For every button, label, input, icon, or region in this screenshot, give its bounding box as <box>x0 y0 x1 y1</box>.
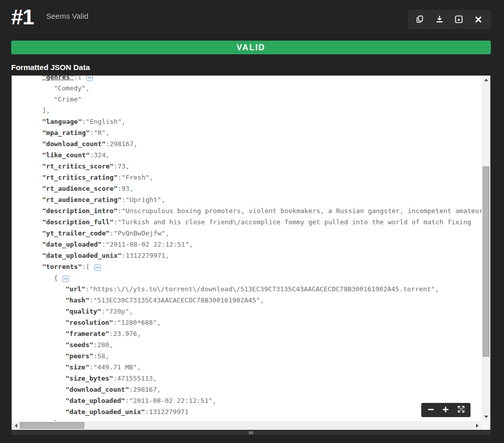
json-colon: : <box>118 174 122 181</box>
json-line: "Comedy", <box>12 83 482 94</box>
json-number-value: 298167 <box>110 140 133 148</box>
close-icon <box>475 16 482 23</box>
json-string-value: "2011-08-02 22:12:51" <box>106 241 189 248</box>
validation-banner: VALID <box>11 41 491 54</box>
json-string-value: "Turkish and his close friend\/accomplic… <box>118 218 472 226</box>
json-key: "description_full" <box>42 218 114 226</box>
validation-status-text: Seems Valid <box>46 12 88 20</box>
collapse-icon[interactable]: − <box>94 264 101 271</box>
json-key: "size_bytes" <box>65 374 113 382</box>
json-line: "framerate":23.976, <box>12 328 482 339</box>
json-line: "torrents":[ − <box>12 261 482 272</box>
download-icon <box>435 15 444 24</box>
json-key: "yt_trailer_code" <box>42 229 110 237</box>
collapse-icon[interactable]: − <box>86 76 93 81</box>
json-key: "size" <box>65 363 89 371</box>
json-line: "quality":"720p", <box>12 306 482 317</box>
json-formatter-page: #1 Seems Valid <box>0 0 504 443</box>
scroll-right-arrow[interactable] <box>473 421 482 430</box>
json-line: "rt_audience_rating":"Upright", <box>12 194 482 206</box>
json-key: "peers" <box>65 352 93 360</box>
json-line: "peers":58, <box>12 351 482 362</box>
json-number-value: 1312279971 <box>125 252 165 259</box>
json-colon: : <box>93 352 97 360</box>
json-string-value: "Comedy" <box>54 84 86 92</box>
copy-button[interactable] <box>411 10 430 29</box>
json-string-value: "R" <box>94 129 106 137</box>
json-string-value: "https:\/\/yts.to\/torrent\/download\/51… <box>89 285 435 293</box>
json-key: "date_uploaded_unix" <box>65 408 145 416</box>
json-comma: , <box>133 140 138 148</box>
json-number-value: 1312279971 <box>149 408 188 416</box>
panel-resize-handle[interactable] <box>11 431 491 435</box>
json-key: "rt_audience_score" <box>42 185 118 192</box>
json-colon: : <box>129 386 133 393</box>
json-colon: : <box>93 341 97 349</box>
json-comma: , <box>189 241 193 248</box>
json-line: "date_uploaded":"2011-08-02 22:12:51", <box>12 239 482 250</box>
json-key: "download_count" <box>42 140 106 148</box>
json-key: "language" <box>42 118 82 125</box>
json-number-value: 58 <box>97 352 106 360</box>
json-key: "genres" <box>42 76 74 81</box>
validation-banner-label: VALID <box>237 43 265 52</box>
json-number-value: 298167 <box>133 386 157 393</box>
json-line: "seeds":280, <box>12 339 482 351</box>
json-comma: , <box>165 252 170 259</box>
json-colon: : <box>90 129 94 137</box>
json-colon: : <box>113 319 117 326</box>
json-line: "description_intro":"Unscrupulous boxing… <box>12 206 482 217</box>
scroll-left-arrow[interactable] <box>12 421 20 430</box>
json-colon: : <box>89 296 93 304</box>
horizontal-scroll-thumb[interactable] <box>20 422 84 429</box>
json-key: "rt_audience_rating" <box>42 196 122 203</box>
triangle-left-icon <box>15 424 17 428</box>
json-line: } <box>12 418 482 421</box>
json-key: "description_intro" <box>42 207 118 215</box>
json-line: { − <box>12 272 482 284</box>
json-comma: , <box>106 129 110 137</box>
json-colon: : <box>85 285 89 293</box>
json-line: "url":"https:\/\/yts.to\/torrent\/downlo… <box>12 284 482 295</box>
json-comma: , <box>122 118 126 125</box>
json-line: "size":"449.71 MB", <box>12 362 482 373</box>
horizontal-scrollbar[interactable] <box>12 421 482 430</box>
json-line: "download_count":298167, <box>12 139 482 150</box>
json-key: "torrents" <box>42 263 82 270</box>
vertical-scroll-thumb[interactable] <box>483 166 489 357</box>
json-line: "hash":"513EC39C73135C43AACACECDC78B3001… <box>12 295 482 306</box>
json-string-value: "Crime" <box>54 95 82 103</box>
expand-button[interactable] <box>454 404 467 416</box>
json-line: ], <box>12 105 482 116</box>
json-key: "rt_critics_rating" <box>42 174 118 181</box>
scrollbar-corner <box>482 421 490 430</box>
scroll-up-arrow[interactable] <box>482 76 490 84</box>
json-comma: , <box>129 308 133 315</box>
json-number-value: 324 <box>94 151 106 159</box>
json-line: "resolution":"1280*688", <box>12 317 482 328</box>
json-comma: , <box>435 285 439 293</box>
header-toolbar <box>408 10 491 29</box>
zoom-in-button[interactable] <box>439 404 452 416</box>
zoom-controls <box>421 403 471 417</box>
vertical-scrollbar[interactable] <box>482 76 490 421</box>
download-button[interactable] <box>430 10 449 29</box>
export-image-button[interactable] <box>449 10 468 29</box>
close-button[interactable] <box>468 10 488 29</box>
json-open-bracket: [ <box>86 263 94 270</box>
json-string-value: "513EC39C73135C43AACACECDC78B300161902A4… <box>93 296 260 304</box>
scroll-down-arrow[interactable] <box>482 413 490 421</box>
json-line: "like_count":324, <box>12 150 482 161</box>
json-comma: , <box>149 174 153 181</box>
json-key: "url" <box>65 285 85 293</box>
collapse-icon[interactable]: − <box>62 276 69 282</box>
json-content: "genres":[ −"Comedy","Crime"],"language"… <box>12 76 482 421</box>
json-line: "mpa_rating":"R", <box>12 127 482 139</box>
json-line: "Crime" <box>12 94 482 105</box>
zoom-out-button[interactable] <box>424 404 438 416</box>
json-line: "date_uploaded_unix":1312279971, <box>12 250 482 261</box>
json-colon: : <box>114 162 118 170</box>
json-key: "framerate" <box>65 330 109 337</box>
json-comma: , <box>165 229 170 237</box>
json-string-value: "720p" <box>105 308 129 315</box>
